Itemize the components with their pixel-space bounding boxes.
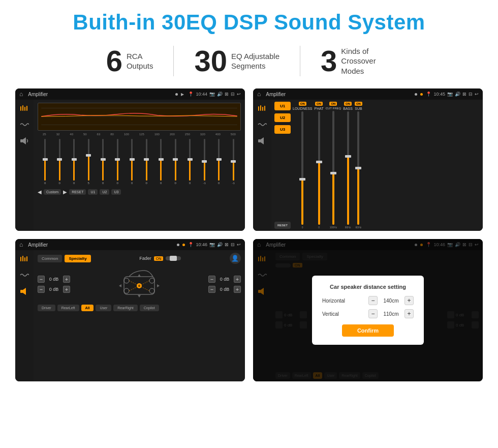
db-plus-2[interactable]: + xyxy=(63,286,70,293)
eq-slider-11[interactable]: 0 xyxy=(183,139,197,185)
crossover-reset-btn[interactable]: RESET xyxy=(274,222,291,229)
eq-u2-btn[interactable]: U2 xyxy=(100,189,109,195)
eq-slider-9[interactable]: 0 xyxy=(154,139,168,185)
fader-wifi-icon: ⊠ xyxy=(225,242,229,247)
eq-freq-labels: 25 32 40 50 63 80 100 125 160 200 250 32… xyxy=(38,133,241,136)
eq-slider-12[interactable]: -1 xyxy=(198,139,211,185)
cross-sub-slider[interactable] xyxy=(357,111,359,225)
dialog-vertical-plus[interactable]: + xyxy=(404,309,414,318)
fader-volume-icon: 🔊 xyxy=(217,242,223,247)
cross-cutfreq-on: ON xyxy=(329,102,337,106)
db-minus-4[interactable]: − xyxy=(208,286,215,293)
db-val-3: 0 dB xyxy=(217,277,232,282)
stat-label-rca: RCA Outputs xyxy=(127,51,153,71)
db-val-4: 0 dB xyxy=(217,287,232,292)
cross-loudness-slider[interactable] xyxy=(301,111,303,225)
fader-eq-icon[interactable] xyxy=(19,254,30,263)
db-minus-1[interactable]: − xyxy=(38,276,45,283)
crossover-u1-btn[interactable]: U1 xyxy=(274,102,291,110)
dialog-vertical-value: 110cm xyxy=(380,311,402,317)
screen-crossover: ⌂ Amplifier 📍 10:45 📷 🔊 ⊠ ⊟ ↩ xyxy=(253,88,483,231)
cross-sub-val: 60Hz xyxy=(356,226,362,229)
cross-bass-slider[interactable] xyxy=(347,111,349,225)
cross-speaker-icon[interactable] xyxy=(257,136,268,145)
fader-specialty-tab[interactable]: Specialty xyxy=(65,255,90,262)
fader-battery-icon: ⊟ xyxy=(231,242,235,247)
fader-home-icon[interactable]: ⌂ xyxy=(19,241,23,248)
eq-slider-7[interactable]: 0 xyxy=(126,139,139,185)
fader-slider-h[interactable] xyxy=(166,256,181,260)
cross-side-icons xyxy=(253,100,271,231)
db-minus-3[interactable]: − xyxy=(208,276,215,283)
db-plus-3[interactable]: + xyxy=(234,276,241,283)
wifi-icon: ⊠ xyxy=(225,92,229,97)
db-control-1: − 0 dB + xyxy=(38,276,70,283)
db-plus-1[interactable]: + xyxy=(63,276,70,283)
eq-slider-2[interactable]: 0 xyxy=(53,139,67,185)
svg-marker-20 xyxy=(23,288,26,295)
eq-u1-btn[interactable]: U1 xyxy=(88,189,98,195)
waveform-icon[interactable] xyxy=(19,120,30,129)
eq-slider-13[interactable]: 0 xyxy=(212,139,226,185)
eq-reset-btn[interactable]: RESET xyxy=(69,189,86,195)
eq-next-btn[interactable]: ▶ xyxy=(63,189,67,195)
svg-rect-15 xyxy=(20,257,21,261)
cross-volume-icon: 🔊 xyxy=(455,92,460,97)
cross-cutfreq-val: 100Hz xyxy=(330,226,337,229)
dialog-horizontal-minus[interactable]: − xyxy=(368,296,378,305)
eq-slider-10[interactable]: 0 xyxy=(169,139,182,185)
db-val-1: 0 dB xyxy=(46,277,61,282)
speaker-icon[interactable] xyxy=(19,136,30,145)
fader-all-btn[interactable]: All xyxy=(81,305,94,311)
cross-eq-icon[interactable] xyxy=(257,104,268,113)
dialog-horizontal-plus[interactable]: + xyxy=(404,296,414,305)
eq-custom-btn[interactable]: Custom xyxy=(44,189,61,195)
eq-icon[interactable] xyxy=(19,104,30,113)
svg-rect-16 xyxy=(22,256,23,261)
eq-slider-3[interactable]: 0 xyxy=(68,139,81,185)
fader-speaker-icon[interactable] xyxy=(19,287,30,296)
fader-copilot-btn[interactable]: Copilot xyxy=(140,305,159,311)
db-plus-4[interactable]: + xyxy=(234,286,241,293)
dialog-box-title: Car speaker distance setting xyxy=(322,284,414,290)
home-icon[interactable]: ⌂ xyxy=(19,91,23,98)
eq-prev-btn[interactable]: ◀ xyxy=(38,189,42,195)
cross-phat-slider[interactable] xyxy=(318,111,320,225)
eq-slider-5[interactable]: 0 xyxy=(97,139,110,185)
fader-wave-icon[interactable] xyxy=(19,271,30,280)
dialog-confirm-button[interactable]: Confirm xyxy=(342,324,394,337)
camera-icon: 📷 xyxy=(209,92,215,97)
svg-rect-19 xyxy=(20,290,23,293)
cross-wifi-icon: ⊠ xyxy=(462,92,466,97)
db-minus-2[interactable]: − xyxy=(38,286,45,293)
screen-eq: ⌂ Amplifier ▶ 📍 10:44 📷 🔊 ⊠ ⊟ ↩ xyxy=(15,88,245,231)
cross-loudness-val: 0 xyxy=(302,226,303,229)
crossover-u2-btn[interactable]: U2 xyxy=(274,113,291,122)
cross-home-icon[interactable]: ⌂ xyxy=(257,91,261,98)
fader-time: 10:46 xyxy=(196,242,207,247)
fader-back-icon[interactable]: ↩ xyxy=(237,242,241,247)
svg-rect-11 xyxy=(262,107,263,111)
crossover-u3-btn[interactable]: U3 xyxy=(274,125,291,134)
cross-wave-icon[interactable] xyxy=(257,120,268,129)
eq-slider-6[interactable]: 0 xyxy=(111,139,124,185)
fader-common-tab[interactable]: Common xyxy=(38,255,62,262)
speaker-distance-dialog: Car speaker distance setting Horizontal … xyxy=(312,276,424,345)
eq-slider-8[interactable]: 0 xyxy=(140,139,153,185)
back-icon[interactable]: ↩ xyxy=(237,92,241,97)
eq-slider-14[interactable]: -1 xyxy=(227,139,240,185)
eq-slider-4[interactable]: 5 xyxy=(82,139,96,185)
fader-driver-btn[interactable]: Driver xyxy=(38,305,55,311)
stat-number-crossover: 3 xyxy=(321,46,337,76)
cross-cutfreq-slider[interactable] xyxy=(332,111,334,225)
cross-back-icon[interactable]: ↩ xyxy=(475,92,479,97)
fader-rearleft-btn[interactable]: RearLeft xyxy=(57,305,79,311)
cross-bass-val: 90Hz xyxy=(345,226,351,229)
fader-rearright-btn[interactable]: RearRight xyxy=(113,305,138,311)
eq-slider-1[interactable]: 0 xyxy=(39,139,52,185)
fader-user-btn[interactable]: User xyxy=(96,305,111,311)
eq-u3-btn[interactable]: U3 xyxy=(111,189,121,195)
dialog-vertical-minus[interactable]: − xyxy=(368,309,378,318)
fader-screen-content: Common Specialty Fader ON 👤 xyxy=(15,250,245,381)
svg-rect-1 xyxy=(22,105,23,111)
